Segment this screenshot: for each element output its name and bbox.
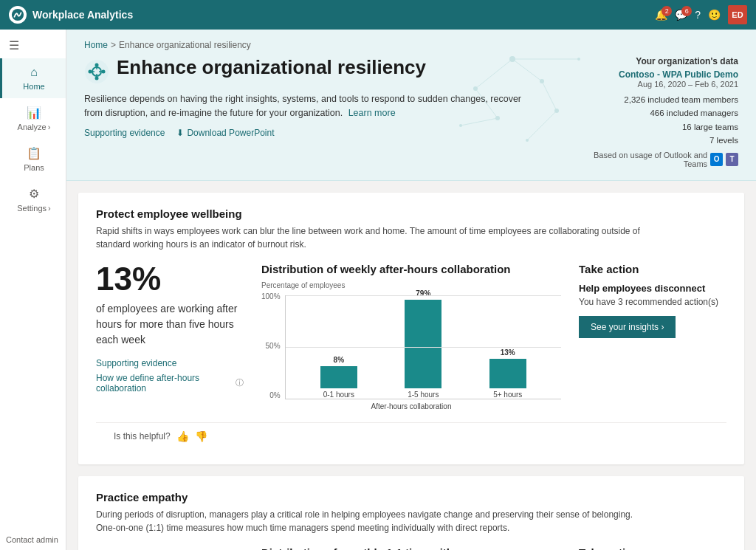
svg-point-20 bbox=[89, 70, 92, 74]
sidebar: ☰ ⌂ Home 📊 Analyze › 📋 Plans ⚙ Settings … bbox=[0, 30, 66, 550]
page-header-icon bbox=[84, 59, 109, 86]
sidebar-item-analyze[interactable]: 📊 Analyze › bbox=[0, 98, 66, 139]
svg-point-19 bbox=[95, 77, 99, 80]
empathy-big-stat: 61% bbox=[96, 546, 244, 550]
wellbeing-supporting-evidence[interactable]: Supporting evidence bbox=[96, 358, 244, 368]
notification-icon[interactable]: 🔔 2 bbox=[655, 9, 667, 21]
wellbeing-helpful-bar: Is this helpful? 👍 👎 bbox=[96, 422, 726, 450]
bar-1-5 bbox=[405, 300, 441, 388]
supporting-evidence-link[interactable]: Supporting evidence bbox=[84, 128, 165, 138]
bar-1-5-label: 1-5 hours bbox=[408, 391, 439, 399]
page-header: Home > Enhance organizational resiliency bbox=[66, 30, 756, 181]
svg-point-21 bbox=[102, 70, 106, 74]
helpful-text: Is this helpful? bbox=[114, 431, 171, 441]
card-wellbeing-body: 13% of employees are working after hours… bbox=[96, 263, 726, 410]
bar-0-1hours: 8% 0-1 hours bbox=[320, 356, 357, 399]
y-label-50: 50% bbox=[266, 342, 281, 350]
card-empathy-title: Practice empathy bbox=[96, 491, 726, 503]
org-stat-teams: 16 large teams bbox=[576, 120, 738, 134]
app-title: Workplace Analytics bbox=[32, 9, 655, 21]
help-icon[interactable]: ? bbox=[695, 9, 701, 21]
org-stats: 2,326 included team members 466 included… bbox=[576, 93, 738, 148]
wellbeing-stat-links: Supporting evidence How we define after-… bbox=[96, 358, 244, 393]
breadcrumb-separator: > bbox=[111, 40, 116, 50]
card-empathy: Practice empathy During periods of disru… bbox=[78, 476, 744, 550]
feedback-icon[interactable]: 🙂 bbox=[708, 9, 721, 21]
empathy-chart-title: Distribution of monthly 1:1 time with ma… bbox=[261, 546, 561, 550]
bar-0-1-value: 8% bbox=[334, 356, 344, 364]
card-empathy-body: 61% of employees have less than 15 minut… bbox=[96, 546, 726, 550]
wellbeing-big-stat: 13% bbox=[96, 263, 244, 295]
thumbs-up-button[interactable]: 👍 bbox=[176, 430, 189, 442]
settings-icon: ⚙ bbox=[29, 187, 39, 201]
card-empathy-desc: During periods of disruption, managers p… bbox=[96, 508, 642, 534]
avatar[interactable]: ED bbox=[728, 5, 747, 24]
wellbeing-chart-section: Distribution of weekly after-hours colla… bbox=[261, 263, 561, 410]
empathy-action-section: Take action Increase frequency of coachi… bbox=[579, 546, 726, 550]
sidebar-label-settings: Settings bbox=[17, 204, 47, 213]
y-label-100: 100% bbox=[261, 292, 281, 300]
org-data-title: Your organization's data bbox=[576, 56, 738, 66]
chat-badge: 6 bbox=[681, 6, 692, 16]
hamburger-icon[interactable]: ☰ bbox=[0, 32, 66, 58]
outlook-badge: O bbox=[710, 153, 723, 166]
org-stat-members: 2,326 included team members bbox=[576, 93, 738, 106]
wellbeing-insights-button[interactable]: See your insights › bbox=[579, 316, 676, 338]
main-layout: ☰ ⌂ Home 📊 Analyze › 📋 Plans ⚙ Settings … bbox=[0, 30, 756, 550]
analyze-chevron: › bbox=[48, 123, 51, 131]
empathy-take-action-title: Take action bbox=[579, 546, 726, 550]
page-description: Resilience depends on having the right i… bbox=[84, 92, 527, 120]
wellbeing-chart-bars-container: 8% 0-1 hours 79% 1-5 hours bbox=[285, 295, 561, 399]
wellbeing-stat-desc: of employees are working after hours for… bbox=[96, 301, 244, 348]
wellbeing-stat-section: 13% of employees are working after hours… bbox=[96, 263, 244, 410]
app-logo bbox=[9, 6, 27, 24]
bar-0-1 bbox=[320, 366, 357, 388]
sidebar-label-home: Home bbox=[23, 82, 44, 91]
org-name: Contoso - WPA Public Demo bbox=[576, 69, 738, 80]
empathy-stat-section: 61% of employees have less than 15 minut… bbox=[96, 546, 244, 550]
thumbs-down-button[interactable]: 👎 bbox=[195, 430, 207, 442]
breadcrumb-home[interactable]: Home bbox=[84, 40, 108, 50]
org-date-range: Aug 16, 2020 – Feb 6, 2021 bbox=[576, 80, 738, 89]
sidebar-label-plans: Plans bbox=[24, 163, 44, 172]
wellbeing-action-title: Help employees disconnect bbox=[579, 283, 726, 294]
y-label-0: 0% bbox=[269, 391, 280, 399]
org-stat-managers: 466 included managers bbox=[576, 106, 738, 120]
svg-point-18 bbox=[95, 63, 99, 67]
org-data-based: Based on usage of Outlook and Teams O T bbox=[576, 151, 738, 168]
wellbeing-action-desc: You have 3 recommended action(s) bbox=[579, 297, 726, 307]
wellbeing-define-link[interactable]: How we define after-hours collaboration … bbox=[96, 373, 244, 393]
notification-badge: 2 bbox=[662, 6, 672, 16]
sidebar-item-home[interactable]: ⌂ Home bbox=[0, 58, 66, 98]
content-area: Home > Enhance organizational resiliency bbox=[66, 30, 756, 550]
teams-badge: T bbox=[726, 153, 738, 166]
card-wellbeing-desc: Rapid shifts in ways employees work can … bbox=[96, 224, 642, 251]
empathy-chart-section: Distribution of monthly 1:1 time with ma… bbox=[261, 546, 561, 550]
chat-icon[interactable]: 💬 6 bbox=[675, 9, 687, 21]
settings-chevron: › bbox=[48, 204, 51, 213]
org-data-panel: Your organization's data Contoso - WPA P… bbox=[576, 56, 738, 168]
page-actions: Supporting evidence ⬇ Download PowerPoin… bbox=[84, 128, 576, 138]
sidebar-item-settings[interactable]: ⚙ Settings › bbox=[0, 179, 66, 220]
wellbeing-take-action-title: Take action bbox=[579, 263, 726, 275]
breadcrumb-current: Enhance organizational resiliency bbox=[119, 40, 251, 50]
bar-5plus-label: 5+ hours bbox=[493, 391, 522, 399]
topbar-icons: 🔔 2 💬 6 ? 🙂 ED bbox=[655, 5, 747, 24]
wellbeing-y-axis: 100% 50% 0% bbox=[261, 292, 281, 399]
wellbeing-chart-x-title: After-hours collaboration bbox=[261, 402, 561, 410]
card-wellbeing: Protect employee wellbeing Rapid shifts … bbox=[78, 193, 744, 464]
bar-0-1-label: 0-1 hours bbox=[323, 391, 354, 399]
learn-more-link[interactable]: Learn more bbox=[348, 108, 396, 118]
contact-admin[interactable]: Contact admin bbox=[0, 529, 66, 550]
sidebar-item-plans[interactable]: 📋 Plans bbox=[0, 139, 66, 179]
download-icon: ⬇ bbox=[176, 128, 184, 138]
wellbeing-chart-title: Distribution of weekly after-hours colla… bbox=[261, 263, 561, 275]
topbar: Workplace Analytics 🔔 2 💬 6 ? 🙂 ED bbox=[0, 0, 756, 30]
page-title: Enhance organizational resiliency bbox=[117, 56, 426, 79]
breadcrumb: Home > Enhance organizational resiliency bbox=[84, 40, 738, 50]
wellbeing-action-section: Take action Help employees disconnect Yo… bbox=[579, 263, 726, 410]
sidebar-label-analyze: Analyze bbox=[18, 123, 47, 131]
download-powerpoint[interactable]: ⬇ Download PowerPoint bbox=[176, 128, 274, 138]
bar-1-5hours: 79% 1-5 hours bbox=[405, 289, 441, 399]
analyze-icon: 📊 bbox=[27, 106, 41, 120]
